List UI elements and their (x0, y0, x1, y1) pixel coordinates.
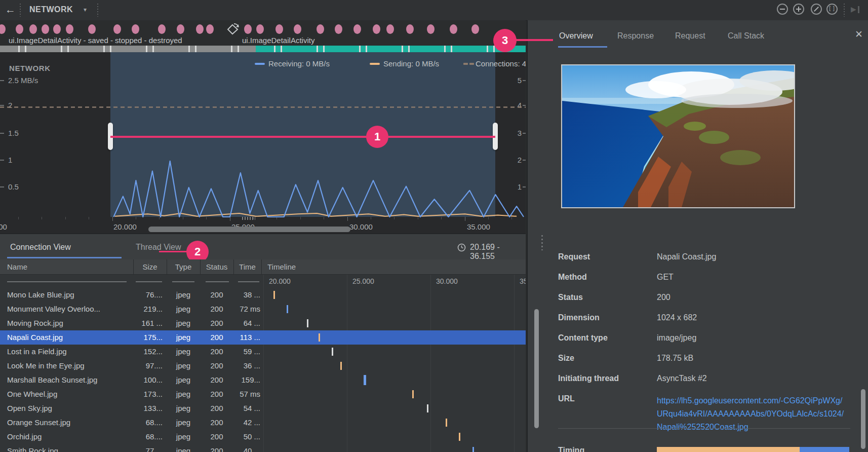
connections-table-header[interactable]: NameSizeTypeStatusTimeTimeline (0, 259, 526, 275)
table-row-Open Sky.jpg[interactable]: Open Sky.jpg133...jpeg20054 ... (0, 401, 526, 416)
callout-3-line (516, 39, 553, 41)
toolbar-separator (20, 4, 21, 17)
cell-name: Look Me in the Eye.jpg (7, 361, 128, 370)
table-row-Mono Lake Blue.jpg[interactable]: Mono Lake Blue.jpg76....jpeg20038 ... (0, 288, 526, 302)
tab-response[interactable]: Response (617, 31, 654, 41)
network-event-dot[interactable] (88, 24, 96, 34)
network-event-dot[interactable] (427, 24, 435, 34)
chart-horizontal-scrollbar[interactable] (148, 227, 350, 232)
chevron-down-icon[interactable]: ▾ (84, 6, 87, 13)
cell-status: 200 (200, 319, 233, 327)
zoom-in-button[interactable] (793, 4, 804, 15)
table-row-Orange Sunset.jpg[interactable]: Orange Sunset.jpg68....jpeg20042 ... (0, 416, 526, 430)
network-event-dot[interactable] (275, 24, 283, 34)
zoom-out-button[interactable] (777, 4, 788, 15)
legend-label: Receiving: 0 MB/s (268, 59, 330, 68)
network-event-dot[interactable] (335, 24, 342, 34)
network-event-dot[interactable] (0, 24, 6, 34)
network-event-dot[interactable] (406, 24, 414, 34)
timing-sending-bar (657, 447, 800, 452)
network-event-dot[interactable] (450, 24, 457, 34)
tab-overview[interactable]: Overview (559, 31, 593, 41)
network-event-dot[interactable] (256, 24, 264, 34)
column-header-time[interactable]: Time (233, 262, 261, 271)
cell-time: 36 ... (233, 361, 260, 370)
callout-3-badge: 3 (493, 29, 517, 52)
subheader-rule (7, 281, 127, 282)
details-scrollbar-left[interactable] (534, 309, 539, 428)
table-row-Monument Valley Overloo...[interactable]: Monument Valley Overloo...219...jpeg2007… (0, 302, 526, 316)
network-event-dot[interactable] (244, 24, 252, 34)
tab-request[interactable]: Request (675, 31, 705, 41)
cell-type: jpeg (167, 446, 200, 452)
table-row-Lost in a Field.jpg[interactable]: Lost in a Field.jpg152...jpeg20059 ... (0, 345, 526, 359)
cell-size: 68.... (131, 432, 163, 441)
cell-size: 68.... (131, 418, 163, 427)
network-event-dot[interactable] (53, 24, 61, 34)
column-header-status[interactable]: Status (200, 262, 233, 271)
connections-table-rows: Mono Lake Blue.jpg76....jpeg20038 ...Mon… (0, 288, 526, 452)
zoom-to-selection-button[interactable]: [ ] (826, 4, 838, 15)
network-event-dot[interactable] (353, 24, 361, 34)
back-arrow-icon[interactable]: ← (5, 4, 16, 16)
column-header-timeline[interactable]: Timeline (261, 262, 532, 271)
table-row-Orchid.jpg[interactable]: Orchid.jpg68....jpeg20050 ... (0, 430, 526, 444)
table-row-Smith Rock.jpg[interactable]: Smith Rock.jpg77....jpeg20040 ... (0, 444, 526, 452)
table-row-Napali Coast.jpg[interactable]: Napali Coast.jpg175...jpeg200113 ... (0, 330, 526, 345)
column-header-name[interactable]: Name (0, 262, 140, 271)
reset-zoom-button[interactable] (811, 4, 822, 15)
cell-size: 173... (131, 390, 163, 398)
network-event-dot[interactable] (29, 24, 37, 34)
table-row-Marshall Beach Sunset.jpg[interactable]: Marshall Beach Sunset.jpg100...jpeg20015… (0, 373, 526, 387)
profiler-title[interactable]: NETWORK (29, 5, 73, 14)
connection-details-panel: OverviewResponseRequestCall Stack ✕ (527, 20, 868, 452)
network-event-dot[interactable] (132, 24, 139, 34)
cell-time: 59 ... (233, 347, 260, 356)
network-event-dot[interactable] (294, 24, 301, 34)
attach-to-live-icon[interactable]: ▶ (851, 5, 856, 13)
activity-state-running-segment (256, 46, 526, 52)
network-usage-chart[interactable]: NETWORK 2.5 MB/s21.510.55432115.00020.00… (0, 52, 526, 233)
legend-sending: Sending: 0 MB/s (370, 59, 439, 68)
column-separator (133, 259, 134, 275)
cell-name: Open Sky.jpg (7, 404, 128, 412)
network-event-dot[interactable] (158, 24, 166, 34)
network-event-dot[interactable] (471, 24, 479, 34)
event-timeline: ui.ImageDetailActivity - saved - stopped… (0, 20, 526, 46)
close-icon[interactable]: ✕ (855, 28, 863, 40)
cell-type: jpeg (167, 390, 200, 398)
cell-time: 72 ms (233, 305, 260, 313)
column-header-size[interactable]: Size (133, 262, 167, 271)
cell-type: jpeg (167, 305, 200, 313)
details-scrollbar-right[interactable] (861, 389, 865, 449)
column-header-type[interactable]: Type (167, 262, 200, 271)
cell-status: 200 (200, 305, 233, 313)
legend-receiving: Receiving: 0 MB/s (255, 59, 330, 68)
network-event-dot[interactable] (113, 24, 121, 34)
network-event-dot[interactable] (177, 24, 184, 34)
callout-1-badge: 1 (366, 126, 388, 148)
tab-call-stack[interactable]: Call Stack (728, 31, 764, 41)
cell-status: 200 (200, 404, 233, 412)
timeline-request-tick (412, 390, 414, 398)
selected-time-range: 20.169 - 36.155 (470, 243, 526, 261)
cell-status: 200 (200, 432, 233, 441)
table-row-One Wheel.jpg[interactable]: One Wheel.jpg173...jpeg20057 ms (0, 387, 526, 401)
network-event-dot[interactable] (317, 24, 324, 34)
network-event-dot[interactable] (373, 24, 380, 34)
pane-splitter-handle[interactable] (242, 217, 255, 220)
network-event-dot[interactable] (66, 24, 73, 34)
network-event-dot[interactable] (16, 24, 23, 34)
table-row-Look Me in the Eye.jpg[interactable]: Look Me in the Eye.jpg97....jpeg20036 ..… (0, 359, 526, 373)
detail-label-status: Status (558, 293, 649, 302)
panel-splitter-handle[interactable] (541, 235, 543, 250)
network-event-dot[interactable] (386, 24, 394, 34)
subheader-rule (172, 281, 194, 282)
network-event-dot[interactable] (206, 24, 214, 34)
tab-connection-view[interactable]: Connection View (10, 243, 71, 252)
detail-label-content-type: Content type (558, 333, 649, 343)
table-row-Moving Rock.jpg[interactable]: Moving Rock.jpg161 ...jpeg20064 ... (0, 316, 526, 330)
network-event-dot[interactable] (196, 24, 204, 34)
network-event-dot[interactable] (42, 24, 49, 34)
timeline-axis-label: 35.000 (520, 277, 526, 285)
